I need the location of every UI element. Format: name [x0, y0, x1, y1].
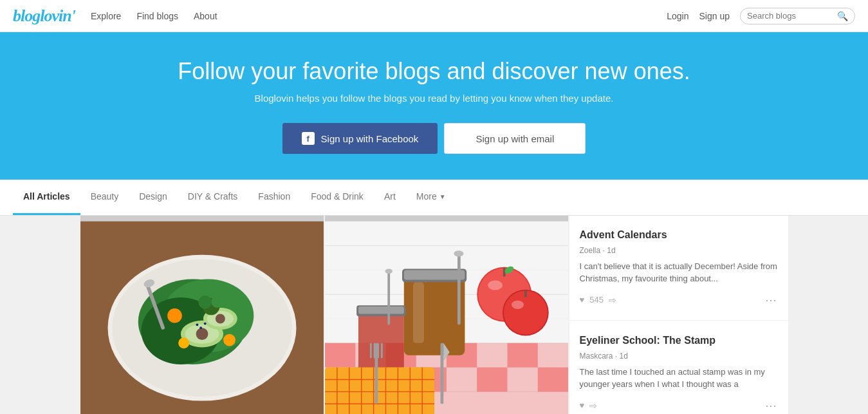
svg-point-60: [512, 301, 524, 309]
svg-point-15: [178, 337, 189, 348]
tab-design[interactable]: Design: [129, 180, 178, 215]
nav-explore[interactable]: Explore: [91, 11, 121, 21]
header: bloglovin' Explore Find blogs About Logi…: [0, 0, 868, 32]
like-count-1: 545: [589, 295, 604, 305]
facebook-icon: f: [302, 132, 315, 145]
article-excerpt-1: I can't believe that it is actually Dece…: [580, 260, 778, 285]
article-actions-1: ♥ 545 ⇨ ⋯: [580, 293, 778, 307]
hero-subtitle: Bloglovin helps you follow the blogs you…: [13, 93, 855, 104]
svg-rect-78: [380, 343, 382, 359]
svg-rect-40: [537, 368, 568, 392]
articles-grid: Advent Calendars Zoella · 1d I can't bel…: [80, 216, 788, 414]
tab-art[interactable]: Art: [374, 180, 406, 215]
header-right: Login Sign up 🔍: [667, 8, 855, 24]
svg-point-17: [211, 296, 223, 308]
svg-point-47: [454, 250, 463, 256]
tabs-bar: All Articles Beauty Design DIY & Crafts …: [0, 180, 868, 216]
article-source-2: Maskcara: [580, 352, 613, 361]
article-meta-2: Maskcara · 1d: [580, 352, 778, 361]
article-title-1[interactable]: Advent Calendars: [580, 229, 778, 242]
nav-about[interactable]: About: [194, 11, 217, 21]
svg-point-12: [215, 314, 225, 323]
article-actions-2: ♥ ⇨ ⋯: [580, 399, 778, 413]
svg-point-21: [196, 324, 198, 326]
article-image-card-1[interactable]: [80, 216, 324, 414]
article-excerpt-2: The last time I touched an actual stamp …: [580, 366, 778, 391]
signup-button[interactable]: Sign up: [699, 11, 730, 21]
signup-facebook-label: Sign up with Facebook: [321, 133, 419, 144]
tab-diy-crafts[interactable]: DIY & Crafts: [178, 180, 248, 215]
sidebar-articles: Advent Calendars Zoella · 1d I can't bel…: [569, 216, 788, 414]
svg-rect-42: [403, 276, 465, 355]
article-separator-2: ·: [615, 352, 620, 361]
article-title-2[interactable]: Eyeliner School: The Stamp: [580, 334, 778, 348]
svg-rect-77: [377, 343, 379, 359]
heart-icon-1: ♥: [580, 295, 585, 305]
share-button-2[interactable]: ⇨: [589, 400, 597, 411]
tab-more[interactable]: More ▼: [406, 180, 456, 215]
search-input[interactable]: [747, 11, 837, 21]
login-button[interactable]: Login: [667, 11, 688, 21]
signup-facebook-button[interactable]: f Sign up with Facebook: [282, 123, 438, 154]
svg-rect-36: [507, 343, 537, 368]
more-options-button-1[interactable]: ⋯: [765, 293, 778, 307]
svg-point-13: [167, 308, 182, 323]
heart-icon-2: ♥: [580, 400, 585, 410]
like-button-1[interactable]: ♥: [580, 295, 585, 305]
article-image-card-2[interactable]: [325, 216, 568, 414]
more-options-button-2[interactable]: ⋯: [765, 399, 778, 413]
logo[interactable]: bloglovin': [13, 6, 75, 26]
svg-rect-43: [413, 282, 424, 343]
svg-point-14: [223, 334, 235, 346]
svg-rect-48: [358, 313, 403, 374]
svg-rect-46: [457, 252, 461, 325]
article-source-1: Zoella: [580, 246, 601, 255]
svg-rect-62: [325, 368, 434, 414]
svg-rect-39: [477, 368, 507, 392]
hero-buttons: f Sign up with Facebook Sign up with ema…: [13, 123, 855, 154]
article-card-1: Advent Calendars Zoella · 1d I can't bel…: [569, 216, 788, 321]
search-box: 🔍: [740, 8, 855, 24]
like-button-2[interactable]: ♥: [580, 400, 585, 410]
search-icon: 🔍: [837, 11, 848, 21]
tab-fashion[interactable]: Fashion: [248, 180, 300, 215]
signup-email-button[interactable]: Sign up with email: [444, 123, 586, 154]
svg-rect-33: [325, 343, 355, 368]
svg-point-22: [199, 326, 202, 329]
header-left: bloglovin' Explore Find blogs About: [13, 6, 217, 26]
svg-rect-45: [403, 270, 465, 279]
svg-rect-76: [373, 343, 375, 359]
tab-all-articles[interactable]: All Articles: [13, 180, 80, 215]
svg-point-23: [203, 323, 206, 325]
svg-rect-61: [524, 290, 526, 297]
svg-rect-75: [369, 343, 371, 359]
svg-rect-51: [387, 270, 390, 325]
svg-point-52: [385, 269, 392, 274]
nav-find-blogs[interactable]: Find blogs: [136, 11, 178, 21]
svg-point-55: [488, 280, 503, 290]
svg-rect-50: [358, 306, 403, 314]
chevron-down-icon: ▼: [439, 193, 446, 200]
svg-point-9: [196, 328, 208, 340]
tab-more-label: More: [416, 191, 437, 202]
article-card-2: Eyeliner School: The Stamp Maskcara · 1d…: [569, 321, 788, 414]
hero-section: Follow your favorite blogs and discover …: [0, 32, 868, 180]
svg-point-18: [198, 296, 212, 309]
article-time-2: 1d: [620, 352, 628, 361]
article-time-1: 1d: [607, 246, 615, 255]
svg-rect-79: [440, 343, 443, 404]
hero-title: Follow your favorite blogs and discover …: [13, 58, 855, 85]
share-button-1[interactable]: ⇨: [609, 295, 616, 305]
tab-beauty[interactable]: Beauty: [80, 180, 129, 215]
content-area: Advent Calendars Zoella · 1d I can't bel…: [80, 216, 788, 414]
article-meta-1: Zoella · 1d: [580, 246, 778, 255]
tab-food-drink[interactable]: Food & Drink: [300, 180, 374, 215]
